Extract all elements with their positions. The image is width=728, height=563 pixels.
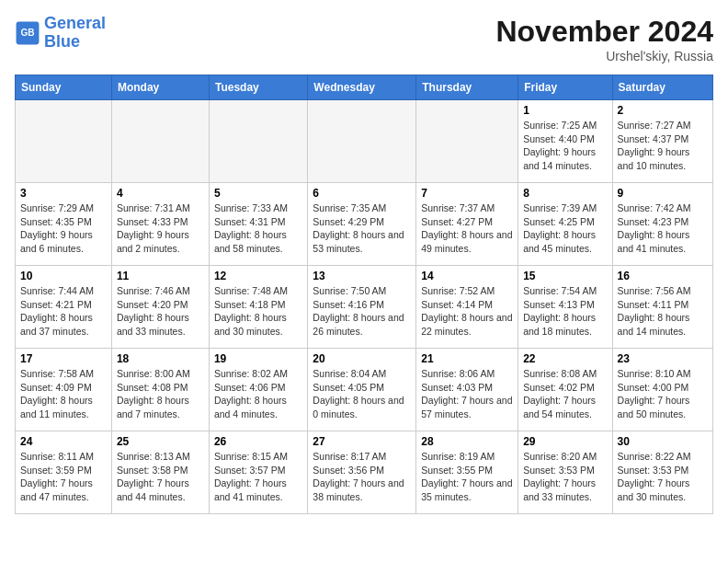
day-info: Sunrise: 7:27 AMSunset: 4:37 PMDaylight:… [618,119,708,173]
day-info: Sunrise: 8:20 AMSunset: 3:53 PMDaylight:… [523,450,607,504]
day-number: 20 [313,352,411,365]
week-row-3: 10Sunrise: 7:44 AMSunset: 4:21 PMDayligh… [16,266,713,349]
page-header: GB General Blue November 2024 Urshel'ski… [15,15,713,63]
calendar-cell: 15Sunrise: 7:54 AMSunset: 4:13 PMDayligh… [518,266,612,349]
calendar-cell [308,100,416,183]
day-info: Sunrise: 7:54 AMSunset: 4:13 PMDaylight:… [523,284,607,339]
day-info: Sunrise: 8:15 AMSunset: 3:57 PMDaylight:… [214,450,302,504]
svg-text:GB: GB [20,28,34,38]
calendar-cell: 12Sunrise: 7:48 AMSunset: 4:18 PMDayligh… [209,266,307,349]
day-info: Sunrise: 7:33 AMSunset: 4:31 PMDaylight:… [214,201,302,256]
calendar-cell: 7Sunrise: 7:37 AMSunset: 4:27 PMDaylight… [416,183,518,266]
calendar-cell: 13Sunrise: 7:50 AMSunset: 4:16 PMDayligh… [308,266,416,349]
day-info: Sunrise: 7:39 AMSunset: 4:25 PMDaylight:… [523,201,607,256]
calendar-cell: 6Sunrise: 7:35 AMSunset: 4:29 PMDaylight… [308,183,416,266]
calendar-cell: 23Sunrise: 8:10 AMSunset: 4:00 PMDayligh… [612,349,712,431]
title-section: November 2024 Urshel'skiy, Russia [495,15,713,63]
calendar-cell: 9Sunrise: 7:42 AMSunset: 4:23 PMDaylight… [612,183,712,266]
calendar-cell: 30Sunrise: 8:22 AMSunset: 3:53 PMDayligh… [612,431,712,514]
calendar-cell: 8Sunrise: 7:39 AMSunset: 4:25 PMDaylight… [518,183,612,266]
day-number: 17 [20,352,107,365]
day-number: 19 [214,352,302,365]
day-number: 10 [20,270,107,282]
weekday-header-thursday: Thursday [416,75,518,100]
calendar-cell: 22Sunrise: 8:08 AMSunset: 4:02 PMDayligh… [518,349,612,431]
day-number: 1 [523,104,607,117]
weekday-header-monday: Monday [111,75,209,100]
logo-icon: GB [15,20,40,46]
day-number: 22 [523,352,607,365]
day-number: 16 [618,270,708,282]
day-info: Sunrise: 7:37 AMSunset: 4:27 PMDaylight:… [421,201,513,256]
day-number: 13 [313,270,411,282]
calendar-cell: 14Sunrise: 7:52 AMSunset: 4:14 PMDayligh… [416,266,518,349]
day-number: 26 [214,435,302,448]
day-number: 6 [313,187,411,200]
week-row-4: 17Sunrise: 7:58 AMSunset: 4:09 PMDayligh… [16,349,713,431]
day-number: 3 [20,187,107,200]
day-number: 14 [421,270,513,282]
day-info: Sunrise: 8:06 AMSunset: 4:03 PMDaylight:… [421,367,513,421]
day-number: 11 [117,270,204,282]
day-info: Sunrise: 7:29 AMSunset: 4:35 PMDaylight:… [20,201,107,256]
day-info: Sunrise: 8:02 AMSunset: 4:06 PMDaylight:… [214,367,302,421]
calendar-cell [16,100,112,183]
day-number: 15 [523,270,607,282]
calendar-cell [416,100,518,183]
calendar-cell: 2Sunrise: 7:27 AMSunset: 4:37 PMDaylight… [612,100,712,183]
calendar-cell: 11Sunrise: 7:46 AMSunset: 4:20 PMDayligh… [111,266,209,349]
day-number: 9 [618,187,708,200]
calendar-cell: 1Sunrise: 7:25 AMSunset: 4:40 PMDaylight… [518,100,612,183]
day-info: Sunrise: 7:25 AMSunset: 4:40 PMDaylight:… [523,119,607,173]
day-number: 29 [523,435,607,448]
calendar-cell: 24Sunrise: 8:11 AMSunset: 3:59 PMDayligh… [16,431,112,514]
day-number: 27 [313,435,411,448]
calendar-cell [111,100,209,183]
calendar-table: SundayMondayTuesdayWednesdayThursdayFrid… [15,75,713,514]
calendar-cell: 5Sunrise: 7:33 AMSunset: 4:31 PMDaylight… [209,183,307,266]
day-info: Sunrise: 8:11 AMSunset: 3:59 PMDaylight:… [20,450,107,504]
day-number: 25 [117,435,204,448]
day-info: Sunrise: 7:46 AMSunset: 4:20 PMDaylight:… [117,284,204,339]
day-number: 30 [618,435,708,448]
day-info: Sunrise: 8:22 AMSunset: 3:53 PMDaylight:… [618,450,708,504]
day-info: Sunrise: 7:50 AMSunset: 4:16 PMDaylight:… [313,284,411,339]
day-info: Sunrise: 8:13 AMSunset: 3:58 PMDaylight:… [117,450,204,504]
day-number: 18 [117,352,204,365]
calendar-cell: 19Sunrise: 8:02 AMSunset: 4:06 PMDayligh… [209,349,307,431]
day-info: Sunrise: 8:08 AMSunset: 4:02 PMDaylight:… [523,367,607,421]
calendar-cell [209,100,307,183]
weekday-header-friday: Friday [518,75,612,100]
day-info: Sunrise: 7:35 AMSunset: 4:29 PMDaylight:… [313,201,411,256]
day-info: Sunrise: 7:44 AMSunset: 4:21 PMDaylight:… [20,284,107,339]
calendar-cell: 26Sunrise: 8:15 AMSunset: 3:57 PMDayligh… [209,431,307,514]
week-row-1: 1Sunrise: 7:25 AMSunset: 4:40 PMDaylight… [16,100,713,183]
day-info: Sunrise: 7:52 AMSunset: 4:14 PMDaylight:… [421,284,513,339]
day-info: Sunrise: 7:56 AMSunset: 4:11 PMDaylight:… [618,284,708,339]
calendar-cell: 29Sunrise: 8:20 AMSunset: 3:53 PMDayligh… [518,431,612,514]
day-number: 4 [117,187,204,200]
calendar-cell: 16Sunrise: 7:56 AMSunset: 4:11 PMDayligh… [612,266,712,349]
day-number: 7 [421,187,513,200]
day-number: 5 [214,187,302,200]
day-info: Sunrise: 7:48 AMSunset: 4:18 PMDaylight:… [214,284,302,339]
weekday-header-wednesday: Wednesday [308,75,416,100]
location-label: Urshel'skiy, Russia [495,49,713,63]
day-number: 23 [618,352,708,365]
day-info: Sunrise: 8:17 AMSunset: 3:56 PMDaylight:… [313,450,411,504]
calendar-cell: 18Sunrise: 8:00 AMSunset: 4:08 PMDayligh… [111,349,209,431]
logo: GB General Blue [15,15,106,52]
day-number: 24 [20,435,107,448]
calendar-cell: 10Sunrise: 7:44 AMSunset: 4:21 PMDayligh… [16,266,112,349]
day-number: 21 [421,352,513,365]
day-info: Sunrise: 7:42 AMSunset: 4:23 PMDaylight:… [618,201,708,256]
calendar-cell: 3Sunrise: 7:29 AMSunset: 4:35 PMDaylight… [16,183,112,266]
day-number: 12 [214,270,302,282]
weekday-header-row: SundayMondayTuesdayWednesdayThursdayFrid… [16,75,713,100]
weekday-header-saturday: Saturday [612,75,712,100]
day-info: Sunrise: 8:19 AMSunset: 3:55 PMDaylight:… [421,450,513,504]
calendar-cell: 25Sunrise: 8:13 AMSunset: 3:58 PMDayligh… [111,431,209,514]
calendar-cell: 28Sunrise: 8:19 AMSunset: 3:55 PMDayligh… [416,431,518,514]
day-info: Sunrise: 8:10 AMSunset: 4:00 PMDaylight:… [618,367,708,421]
weekday-header-sunday: Sunday [16,75,112,100]
